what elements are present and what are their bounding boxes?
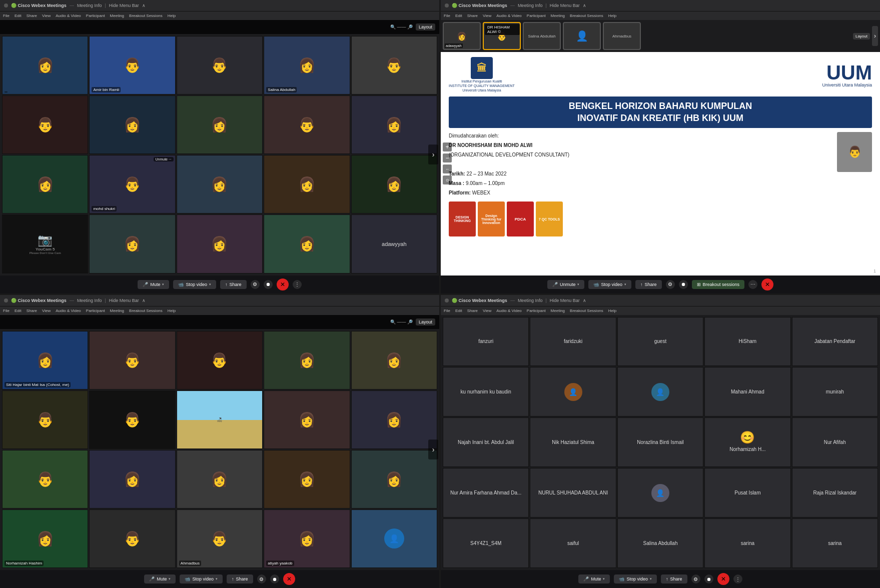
menu-file-bl[interactable]: File: [3, 308, 10, 313]
menu-file-tl[interactable]: File: [3, 14, 10, 18]
presenter-hisham[interactable]: DR HISHAM ALWI © 👨: [483, 22, 521, 50]
share-btn-br[interactable]: ↑ Share: [661, 574, 687, 584]
leave-btn-bl[interactable]: ✕: [283, 573, 295, 585]
share-btn-tl[interactable]: ↑ Share: [220, 280, 247, 289]
menu-breakout-tl[interactable]: Breakout Sessions: [129, 14, 163, 18]
zoom-out-btn[interactable]: −: [443, 154, 452, 162]
settings-icon-br[interactable]: ⚙: [691, 574, 700, 584]
app-logo-tl: 🟢 Cisco Webex Meetings: [11, 3, 67, 8]
more-icon-tl[interactable]: ⋮: [293, 280, 302, 289]
hide-menu-bl[interactable]: Hide Menu Bar: [109, 298, 139, 303]
participant-norazlina: Norazlina Binti Ismail: [617, 418, 703, 467]
unmute-btn-tr[interactable]: 🎤 Unmute ▾: [547, 280, 585, 289]
menu-av-tr[interactable]: Audio & Video: [496, 14, 522, 18]
record-icon-bl[interactable]: ⏺: [270, 574, 279, 584]
leave-btn-br[interactable]: ✕: [717, 573, 729, 585]
video-cell-tl-15: 👩: [351, 155, 437, 214]
layout-btn-tl[interactable]: Layout: [416, 24, 435, 30]
meeting-info-tr[interactable]: Meeting Info: [518, 3, 543, 8]
menu-meeting-tl[interactable]: Meeting: [110, 14, 124, 18]
settings-icon-bl[interactable]: ⚙: [257, 574, 266, 584]
panel-controls-tl: 🔍 —— 🔎 Layout: [0, 20, 439, 34]
record-icon-br[interactable]: ⏺: [704, 574, 713, 584]
video-cell-tl-14: 👩: [264, 155, 350, 214]
breakout-btn-tr[interactable]: ⊞ Breakout sessions: [692, 280, 745, 289]
menu-view-bl[interactable]: View: [42, 308, 51, 313]
leave-btn-tr[interactable]: ✕: [761, 278, 773, 290]
mute-btn-br[interactable]: 🎤 Mute ▾: [578, 574, 610, 584]
chevron-right-tr[interactable]: ›: [872, 26, 878, 46]
stop-video-btn-tl[interactable]: 📹 Stop video ▾: [173, 280, 216, 289]
hide-menu-tl[interactable]: Hide Menu Bar: [109, 3, 139, 8]
menu-share-bl[interactable]: Share: [27, 308, 37, 313]
menu-share-tr[interactable]: Share: [467, 14, 478, 18]
menu-view-br[interactable]: View: [483, 308, 491, 313]
menu-edit-bl[interactable]: Edit: [15, 308, 22, 313]
slide-page-num: 1: [873, 268, 876, 274]
menu-participant-tr[interactable]: Participant: [527, 14, 546, 18]
mute-btn-bl[interactable]: 🎤 Mute ▾: [144, 574, 176, 584]
menu-participant-bl[interactable]: Participant: [86, 308, 105, 313]
hide-menu-tr[interactable]: Hide Menu Bar: [550, 3, 580, 8]
menu-breakout-bl[interactable]: Breakout Sessions: [129, 308, 163, 313]
leave-btn-tl[interactable]: ✕: [277, 278, 289, 290]
menu-meeting-br[interactable]: Meeting: [551, 308, 565, 313]
layout-btn-tr[interactable]: Layout: [853, 33, 870, 40]
more-icon-tr[interactable]: ⋯: [748, 280, 757, 289]
participant-kunurhanim: ku nurhanim ku baudin: [443, 367, 529, 416]
menu-edit-br[interactable]: Edit: [455, 308, 462, 313]
book-innovation: Design Thinking for Innovation: [478, 202, 505, 236]
menu-file-br[interactable]: File: [444, 308, 450, 313]
menu-av-br[interactable]: Audio & Video: [496, 308, 522, 313]
presenter-avatar-tr[interactable]: 👤: [563, 22, 601, 50]
menu-share-tl[interactable]: Share: [27, 14, 37, 18]
record-icon-tr[interactable]: ⏺: [679, 280, 688, 289]
zoom-in-btn[interactable]: +: [443, 142, 452, 152]
zoom-fit-btn[interactable]: ↔: [443, 164, 452, 174]
layout-btn-bl[interactable]: Layout: [416, 318, 435, 326]
menu-participant-br[interactable]: Participant: [527, 308, 546, 313]
menu-edit-tl[interactable]: Edit: [15, 14, 22, 18]
zoom-reset-btn[interactable]: ⊙: [443, 176, 452, 184]
settings-icon-tr[interactable]: ⚙: [666, 280, 675, 289]
presenter-ahmadbus[interactable]: Ahmadbus: [603, 22, 641, 50]
institution-name: Institut Pengurusan Kualiti INSTITUTE OF…: [449, 79, 515, 92]
video-cell-tl-3: 👨: [177, 36, 263, 94]
stop-video-btn-bl[interactable]: 📹 Stop video ▾: [180, 574, 223, 584]
hide-menu-br[interactable]: Hide Menu Bar: [550, 298, 580, 303]
menu-av-tl[interactable]: Audio & Video: [56, 14, 81, 18]
meeting-info-bl[interactable]: Meeting Info: [77, 298, 102, 303]
record-icon-tl[interactable]: ⏺: [264, 280, 273, 289]
presenter-adawyyah[interactable]: 👩 adawyyah: [443, 22, 481, 50]
menu-meeting-bl[interactable]: Meeting: [110, 308, 124, 313]
mute-btn-tl[interactable]: 🎤 Mute ▾: [138, 280, 169, 289]
more-icon-br[interactable]: ⋮: [733, 574, 742, 584]
meeting-info-tl[interactable]: Meeting Info: [77, 3, 102, 8]
stop-video-btn-tr[interactable]: 📹 Stop video ▾: [588, 280, 631, 289]
menu-file-tr[interactable]: File: [444, 14, 450, 18]
video-cell-bl-13: 👩: [177, 450, 263, 508]
stop-video-btn-br[interactable]: 📹 Stop video ▾: [614, 574, 657, 584]
menu-help-br[interactable]: Help: [608, 308, 616, 313]
name-norhamizah-bl: Norhamizah Hashim: [5, 560, 44, 566]
menu-breakout-tr[interactable]: Breakout Sessions: [570, 14, 603, 18]
menu-share-br[interactable]: Share: [467, 308, 478, 313]
viewing-badge: DR HISHAM ALWI ©: [485, 24, 520, 35]
meeting-info-br[interactable]: Meeting Info: [518, 298, 543, 303]
settings-icon-tl[interactable]: ⚙: [251, 280, 260, 289]
presenter-salina[interactable]: Salina Abdullah: [523, 22, 561, 50]
menu-help-tl[interactable]: Help: [168, 14, 176, 18]
menu-help-tr[interactable]: Help: [608, 14, 616, 18]
share-btn-bl[interactable]: ↑ Share: [227, 574, 253, 584]
menu-meeting-tr[interactable]: Meeting: [551, 14, 565, 18]
menu-av-bl[interactable]: Audio & Video: [56, 308, 81, 313]
nav-right-tl[interactable]: ›: [428, 144, 438, 164]
menu-help-bl[interactable]: Help: [168, 308, 176, 313]
menu-edit-tr[interactable]: Edit: [455, 14, 462, 18]
menu-view-tl[interactable]: View: [42, 14, 51, 18]
menu-participant-tl[interactable]: Participant: [86, 14, 105, 18]
nav-right-bl[interactable]: ›: [428, 440, 438, 460]
menu-breakout-br[interactable]: Breakout Sessions: [570, 308, 603, 313]
share-btn-tr[interactable]: ↑ Share: [635, 280, 662, 289]
menu-view-tr[interactable]: View: [483, 14, 491, 18]
